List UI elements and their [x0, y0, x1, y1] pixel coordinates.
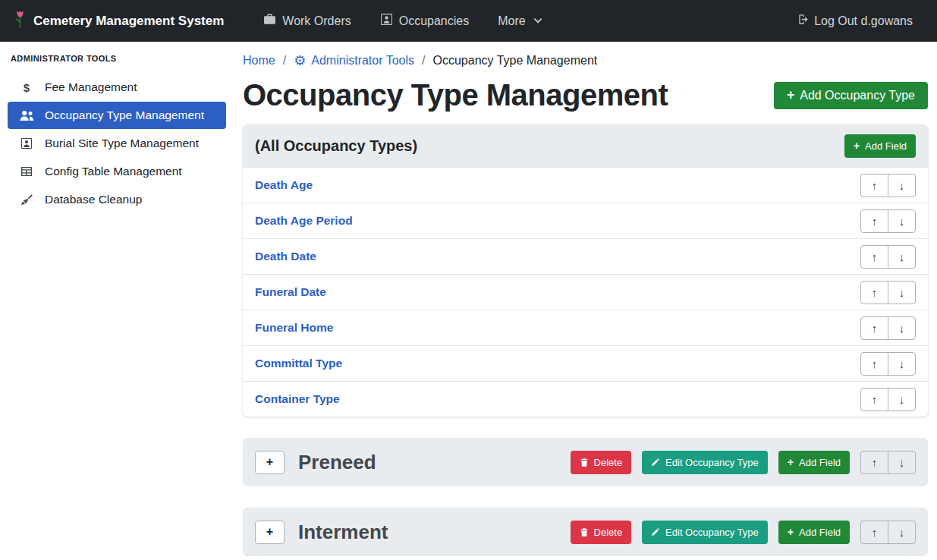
plus-icon: +: [788, 457, 794, 467]
reorder-button-group: ↑ ↓: [860, 209, 916, 233]
users-icon: [18, 110, 35, 121]
app-title: Cemetery Management System: [33, 14, 224, 29]
field-link[interactable]: Death Age Period: [255, 214, 353, 228]
move-up-button[interactable]: ↑: [860, 521, 888, 544]
reorder-button-group: ↑ ↓: [860, 451, 916, 474]
move-down-button[interactable]: ↓: [888, 174, 916, 197]
move-down-button[interactable]: ↓: [888, 388, 916, 411]
move-down-button[interactable]: ↓: [888, 209, 916, 233]
sidebar-item-label: Occupancy Type Management: [45, 109, 204, 122]
field-link[interactable]: Death Date: [255, 250, 316, 263]
edit-occupancy-type-button[interactable]: Edit Occupancy Type: [642, 521, 768, 544]
person-frame-icon: [18, 137, 35, 149]
move-down-button[interactable]: ↓: [888, 521, 916, 544]
trash-icon: [580, 458, 589, 467]
sidebar-item-config-table-management[interactable]: Config Table Management: [8, 158, 226, 185]
field-link[interactable]: Death Age: [255, 178, 313, 192]
field-row: Funeral Home ↑ ↓: [243, 310, 928, 345]
move-up-button[interactable]: ↑: [860, 174, 888, 197]
all-occupancy-types-card: (All Occupancy Types) + Add Field Death …: [243, 124, 928, 417]
occupancy-type-section-interment: + Interment Delete Edit Occupancy Type +…: [243, 508, 928, 556]
sidebar-item-database-cleanup[interactable]: Database Cleanup: [8, 186, 226, 213]
top-navbar: Cemetery Management System Work Orders O…: [0, 0, 937, 42]
work-orders-icon: [263, 13, 276, 29]
field-row: Funeral Date ↑ ↓: [243, 274, 928, 310]
card-title: (All Occupancy Types): [255, 137, 417, 155]
field-link[interactable]: Funeral Home: [255, 321, 333, 335]
add-occupancy-type-button[interactable]: + Add Occupancy Type: [774, 82, 928, 109]
sidebar-item-label: Config Table Management: [45, 165, 182, 178]
reorder-button-group: ↑ ↓: [860, 352, 916, 376]
logout-link[interactable]: Log Out d.gowans: [785, 7, 923, 35]
breadcrumb-separator: /: [283, 54, 286, 68]
move-up-button[interactable]: ↑: [860, 352, 888, 376]
reorder-button-group: ↑ ↓: [860, 174, 916, 197]
breadcrumb-separator: /: [422, 54, 425, 68]
plus-icon: +: [854, 140, 860, 151]
table-icon: [18, 165, 35, 178]
flower-logo-icon: [14, 9, 27, 33]
expand-button[interactable]: +: [255, 521, 285, 544]
trash-icon: [580, 527, 589, 537]
expand-button[interactable]: +: [255, 451, 285, 474]
reorder-button-group: ↑ ↓: [860, 316, 916, 340]
delete-button[interactable]: Delete: [571, 451, 632, 474]
move-up-button[interactable]: ↑: [860, 316, 888, 340]
add-field-button[interactable]: + Add Field: [844, 134, 916, 158]
pencil-icon: [651, 458, 660, 467]
move-down-button[interactable]: ↓: [888, 352, 916, 376]
breadcrumb-home-link[interactable]: Home: [243, 54, 275, 68]
broom-icon: [18, 193, 35, 206]
nav-work-orders[interactable]: Work Orders: [253, 7, 361, 35]
delete-button[interactable]: Delete: [571, 521, 632, 544]
field-row: Committal Type ↑ ↓: [243, 345, 928, 381]
main-content: Home / ⚙ Administrator Tools / Occupancy…: [243, 42, 928, 556]
sidebar-item-label: Burial Site Type Management: [45, 137, 199, 150]
move-down-button[interactable]: ↓: [888, 245, 916, 269]
section-actions: Delete Edit Occupancy Type + Add Field ↑…: [571, 451, 916, 474]
reorder-button-group: ↑ ↓: [860, 245, 916, 269]
add-field-button[interactable]: + Add Field: [778, 521, 850, 544]
field-row: Death Date ↑ ↓: [243, 238, 928, 274]
field-link[interactable]: Committal Type: [255, 357, 342, 370]
logout-icon: [795, 13, 808, 29]
reorder-button-group: ↑ ↓: [860, 281, 916, 304]
move-down-button[interactable]: ↓: [888, 281, 916, 304]
move-up-button[interactable]: ↑: [860, 209, 888, 233]
move-down-button[interactable]: ↓: [888, 316, 916, 340]
sidebar-item-label: Database Cleanup: [45, 193, 142, 206]
field-row: Container Type ↑ ↓: [243, 381, 928, 417]
occupancy-type-section-preneed: + Preneed Delete Edit Occupancy Type + A…: [243, 438, 928, 486]
logout-label: Log Out d.gowans: [814, 14, 913, 28]
nav-more[interactable]: More: [487, 8, 552, 34]
breadcrumb: Home / ⚙ Administrator Tools / Occupancy…: [243, 54, 928, 68]
move-up-button[interactable]: ↑: [860, 281, 888, 304]
field-link[interactable]: Container Type: [255, 392, 340, 406]
app-brand[interactable]: Cemetery Management System: [14, 9, 224, 33]
nav-occupancies-label: Occupancies: [399, 14, 470, 28]
reorder-button-group: ↑ ↓: [860, 521, 916, 544]
page-title: Occupancy Type Management: [243, 78, 668, 112]
move-up-button[interactable]: ↑: [860, 388, 888, 411]
sidebar: ADMINISTRATOR TOOLS $ Fee Management Occ…: [0, 42, 234, 560]
sidebar-item-occupancy-type-management[interactable]: Occupancy Type Management: [8, 102, 226, 129]
section-title: Preneed: [298, 451, 376, 474]
edit-occupancy-type-button[interactable]: Edit Occupancy Type: [642, 451, 768, 474]
nav-occupancies[interactable]: Occupancies: [369, 7, 480, 35]
move-up-button[interactable]: ↑: [860, 245, 888, 269]
gear-icon: ⚙: [294, 54, 306, 68]
section-actions: Delete Edit Occupancy Type + Add Field ↑…: [571, 521, 916, 544]
add-field-button[interactable]: + Add Field: [778, 451, 850, 474]
chevron-down-icon: [533, 14, 542, 28]
move-down-button[interactable]: ↓: [888, 451, 916, 474]
breadcrumb-current: Occupancy Type Management: [433, 54, 598, 68]
breadcrumb-admin-tools-link[interactable]: ⚙ Administrator Tools: [294, 54, 414, 68]
section-title: Interment: [298, 521, 388, 544]
move-up-button[interactable]: ↑: [860, 451, 888, 474]
nav-more-label: More: [498, 14, 525, 28]
sidebar-item-fee-management[interactable]: $ Fee Management: [8, 74, 226, 101]
plus-icon: +: [788, 527, 794, 537]
sidebar-item-burial-site-type-management[interactable]: Burial Site Type Management: [8, 130, 226, 157]
card-header: (All Occupancy Types) + Add Field: [243, 124, 928, 167]
field-link[interactable]: Funeral Date: [255, 285, 326, 299]
